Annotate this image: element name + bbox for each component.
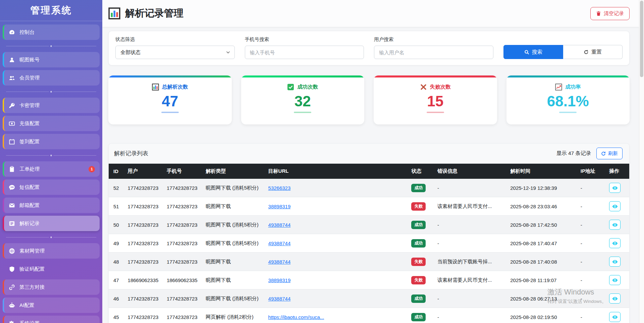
- target-url-link[interactable]: 53266323: [268, 185, 291, 191]
- status-cell: 成功: [408, 308, 434, 323]
- sidebar-item-签到配置[interactable]: 签到配置: [3, 134, 100, 149]
- phone-cell: 17742328723: [163, 253, 202, 271]
- sidebar-item-label: 验证码配置: [19, 266, 45, 272]
- target-url-link[interactable]: 49388744: [268, 259, 291, 265]
- error-cell: -: [434, 234, 507, 253]
- app-title: 管理系统: [0, 0, 102, 21]
- status-cell: 失败: [408, 271, 434, 289]
- ip-cell: -: [577, 289, 606, 308]
- menu-group-divider: [6, 152, 96, 159]
- sidebar-item-充值配置[interactable]: 充值配置: [3, 116, 100, 131]
- view-record-button[interactable]: [609, 220, 621, 230]
- sidebar-item-系统设置[interactable]: 系统设置: [3, 316, 100, 323]
- sidebar-item-第三方对接[interactable]: 第三方对接: [3, 279, 100, 295]
- eye-icon: [612, 240, 618, 246]
- sidebar-item-昵图账号[interactable]: 昵图账号: [3, 52, 100, 67]
- id-cell: 45: [109, 308, 124, 323]
- sidebar-item-会员管理[interactable]: 会员管理: [3, 70, 100, 86]
- ip-cell: -: [577, 234, 606, 253]
- sidebar-item-工单处理[interactable]: 工单处理1: [3, 161, 100, 177]
- sidebar-item-AI配置[interactable]: AI配置: [3, 298, 100, 313]
- list-title: 解析记录列表: [114, 150, 148, 157]
- eye-icon: [612, 204, 618, 209]
- vertical-scrollbar[interactable]: [639, 0, 644, 323]
- error-cell: -: [434, 289, 507, 308]
- ip-cell: -: [577, 271, 606, 289]
- target-url-cell: 49388744: [265, 253, 408, 271]
- records-table: ID用户手机号解析类型目标URL状态错误信息解析时间IP地址操作 5217742…: [109, 164, 629, 323]
- user-cell: 17742328723: [124, 253, 163, 271]
- sidebar-item-素材网管理[interactable]: 素材网管理: [3, 243, 100, 259]
- target-url-link[interactable]: https://ibaotu.com/suca...: [268, 314, 324, 320]
- error-cell: 该素材需要人民币支付...: [434, 197, 507, 216]
- sidebar-item-短信配置[interactable]: SMS短信配置: [3, 179, 100, 195]
- view-record-button[interactable]: [609, 293, 621, 304]
- chevron-down-icon: [226, 50, 230, 55]
- time-cell: 2025-08-28 11:19:07: [507, 271, 577, 289]
- status-select[interactable]: 全部状态: [115, 46, 235, 59]
- user-search-input[interactable]: [374, 46, 493, 59]
- clear-records-button[interactable]: 清空记录: [590, 7, 630, 20]
- target-url-link[interactable]: 49388744: [268, 222, 291, 228]
- view-record-button[interactable]: [609, 275, 621, 285]
- target-url-link[interactable]: 38898319: [268, 277, 291, 283]
- search-icon: [524, 50, 529, 55]
- sidebar-item-label: 控制台: [19, 29, 35, 36]
- user-cell: 17742328723: [124, 179, 163, 197]
- target-url-link[interactable]: 49388744: [268, 296, 291, 302]
- sidebar-item-控制台[interactable]: 控制台: [3, 24, 100, 40]
- bar-chart-icon: [152, 84, 159, 91]
- sidebar-item-解析记录[interactable]: 解析记录: [3, 216, 100, 231]
- phone-cell: 17742328723: [163, 216, 202, 234]
- status-cell: 失败: [408, 197, 434, 216]
- eye-icon: [612, 296, 618, 302]
- table-row: 491774232872317742328723昵图网下载 (消耗5积分)493…: [109, 234, 629, 253]
- search-button[interactable]: 搜索: [503, 45, 563, 59]
- actions-cell: [606, 234, 629, 253]
- type-cell: 昵图网下载: [202, 197, 265, 216]
- target-url-link[interactable]: 38898319: [268, 204, 291, 209]
- view-record-button[interactable]: [609, 183, 621, 193]
- main-area: 解析记录管理 清空记录 状态筛选 全部状态 手机号搜索: [102, 0, 639, 323]
- sidebar-item-验证码配置[interactable]: 验证码配置: [3, 261, 100, 277]
- phone-cell: 17742328723: [163, 234, 202, 253]
- reset-button[interactable]: 重置: [563, 45, 623, 59]
- refresh-button[interactable]: 刷新: [596, 148, 623, 159]
- view-record-button[interactable]: [609, 312, 621, 322]
- phone-cell: 17742328723: [163, 308, 202, 323]
- key-icon: [9, 102, 15, 109]
- phone-cell: 17742328723: [163, 289, 202, 308]
- refresh-icon: [601, 151, 606, 156]
- trash-icon: [596, 11, 601, 16]
- sidebar-item-label: 工单处理: [19, 166, 40, 172]
- eye-icon: [612, 185, 618, 191]
- type-cell: 昵图网下载 (消耗5积分): [202, 289, 265, 308]
- scrollbar-thumb[interactable]: [640, 1, 643, 77]
- view-record-button[interactable]: [609, 201, 621, 211]
- sidebar-item-label: 卡密管理: [19, 102, 40, 109]
- status-cell: 失败: [408, 253, 434, 271]
- column-header-操作: 操作: [606, 164, 629, 179]
- ip-cell: -: [577, 308, 606, 323]
- target-url-link[interactable]: 49388744: [268, 240, 291, 246]
- records-list-card: 解析记录列表 显示 47 条记录 刷新 ID用户手机号解析类型目标URL状态错误…: [108, 143, 630, 323]
- stat-label: 总解析次数: [162, 84, 188, 91]
- column-header-状态: 状态: [408, 164, 434, 179]
- cross-icon: [420, 84, 427, 91]
- error-cell: -: [434, 216, 507, 234]
- column-header-用户: 用户: [124, 164, 163, 179]
- type-cell: 昵图网下载: [202, 253, 265, 271]
- users-icon: [9, 75, 15, 81]
- sidebar-item-卡密管理[interactable]: 卡密管理: [3, 98, 100, 113]
- status-filter-group: 状态筛选 全部状态: [115, 36, 235, 59]
- view-record-button[interactable]: [609, 257, 621, 267]
- view-record-button[interactable]: [609, 238, 621, 248]
- id-cell: 48: [109, 253, 124, 271]
- ip-cell: -: [577, 197, 606, 216]
- phone-search-input[interactable]: [245, 46, 364, 59]
- sidebar-item-邮箱配置[interactable]: 邮箱配置: [3, 198, 100, 213]
- status-badge: 成功: [411, 221, 426, 229]
- sidebar-item-label: 邮箱配置: [19, 202, 40, 209]
- sidebar-item-label: 充值配置: [19, 120, 40, 127]
- column-header-目标URL: 目标URL: [265, 164, 408, 179]
